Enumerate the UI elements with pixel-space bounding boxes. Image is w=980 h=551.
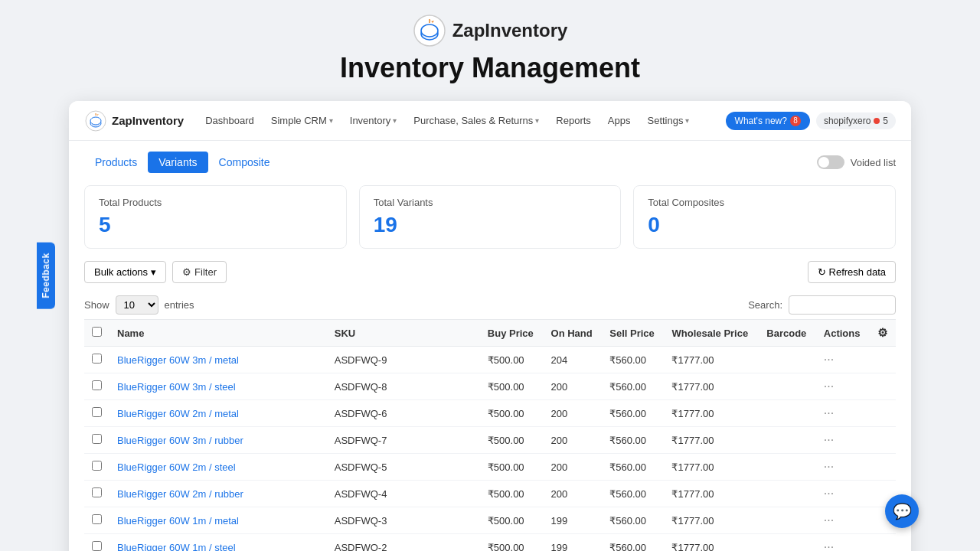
- row-checkbox-6[interactable]: [84, 507, 109, 534]
- nav-inventory[interactable]: Inventory ▾: [342, 110, 404, 131]
- bulk-actions-button[interactable]: Bulk actions ▾: [84, 261, 166, 283]
- tab-products[interactable]: Products: [84, 152, 148, 173]
- row-actions-1[interactable]: ···: [816, 373, 870, 400]
- nav-simple-crm[interactable]: Simple CRM ▾: [263, 110, 341, 131]
- voided-label: Voided list: [851, 157, 896, 168]
- actions-dots-5[interactable]: ···: [824, 487, 834, 500]
- nav-dashboard[interactable]: Dashboard: [198, 110, 262, 131]
- col-sku: SKU: [327, 320, 480, 347]
- nav-items: Dashboard Simple CRM ▾ Inventory ▾ Purch…: [198, 110, 725, 131]
- row-select-4[interactable]: [92, 461, 102, 471]
- row-buy-price-1: ₹500.00: [480, 373, 544, 400]
- row-name-7: BlueRigger 60W 1m / steel: [109, 534, 327, 552]
- filter-button[interactable]: ⚙ Filter: [172, 261, 227, 283]
- actions-dots-1[interactable]: ···: [824, 380, 834, 393]
- col-on-hand: On Hand: [544, 320, 603, 347]
- row-on-hand-1: 200: [544, 373, 603, 400]
- table-row: BlueRigger 60W 3m / steel ASDFWQ-8 ₹500.…: [84, 373, 896, 400]
- row-extra-0: [870, 347, 896, 373]
- row-select-5[interactable]: [92, 487, 102, 497]
- row-sku-3: ASDFWQ-7: [327, 427, 480, 454]
- row-actions-5[interactable]: ···: [816, 481, 870, 507]
- actions-dots-3[interactable]: ···: [824, 433, 834, 446]
- entries-select[interactable]: 10 25 50 100: [116, 295, 158, 315]
- row-actions-7[interactable]: ···: [816, 534, 870, 552]
- search-input[interactable]: [789, 295, 896, 315]
- actions-dots-6[interactable]: ···: [824, 514, 834, 527]
- product-link-5[interactable]: BlueRigger 60W 2m / rubber: [117, 488, 243, 500]
- row-checkbox-3[interactable]: [84, 427, 109, 454]
- row-sell-price-1: ₹560.00: [602, 373, 664, 400]
- row-select-1[interactable]: [92, 380, 102, 390]
- chat-fab[interactable]: 💬: [885, 494, 919, 528]
- nav-apps[interactable]: Apps: [600, 110, 639, 131]
- row-sell-price-3: ₹560.00: [602, 427, 664, 454]
- row-name-0: BlueRigger 60W 3m / metal: [109, 347, 327, 373]
- product-link-3[interactable]: BlueRigger 60W 3m / rubber: [117, 435, 243, 446]
- stats-row: Total Products 5 Total Variants 19 Total…: [69, 173, 911, 261]
- row-wholesale-price-1: ₹1777.00: [664, 373, 759, 400]
- row-sell-price-5: ₹560.00: [602, 481, 664, 507]
- actions-dots-2[interactable]: ···: [824, 406, 834, 419]
- nav-brand[interactable]: ZapInventory: [84, 109, 184, 132]
- header-checkbox: [84, 320, 109, 347]
- feedback-tab[interactable]: Feedback: [37, 242, 55, 308]
- row-select-0[interactable]: [92, 354, 102, 364]
- product-link-6[interactable]: BlueRigger 60W 1m / metal: [117, 515, 239, 527]
- row-actions-4[interactable]: ···: [816, 454, 870, 481]
- svg-point-6: [90, 117, 101, 125]
- row-checkbox-7[interactable]: [84, 534, 109, 552]
- nav-settings[interactable]: Settings ▾: [640, 110, 697, 131]
- row-sku-4: ASDFWQ-5: [327, 454, 480, 481]
- row-select-6[interactable]: [92, 514, 102, 524]
- toolbar: Bulk actions ▾ ⚙ Filter ↻ Refresh data: [69, 261, 911, 291]
- refresh-button[interactable]: ↻ Refresh data: [808, 261, 896, 283]
- row-on-hand-4: 200: [544, 454, 603, 481]
- nav-reports[interactable]: Reports: [548, 110, 599, 131]
- product-link-0[interactable]: BlueRigger 60W 3m / metal: [117, 354, 239, 366]
- product-link-7[interactable]: BlueRigger 60W 1m / steel: [117, 542, 236, 552]
- row-actions-2[interactable]: ···: [816, 400, 870, 427]
- stat-value-variants: 19: [374, 213, 607, 237]
- actions-dots-0[interactable]: ···: [824, 353, 834, 366]
- row-select-7[interactable]: [92, 541, 102, 551]
- table-row: BlueRigger 60W 2m / rubber ASDFWQ-4 ₹500…: [84, 481, 896, 507]
- row-checkbox-4[interactable]: [84, 454, 109, 481]
- show-label: Show: [84, 299, 109, 311]
- row-extra-1: [870, 373, 896, 400]
- row-barcode-3: [759, 427, 816, 454]
- select-all-checkbox[interactable]: [92, 327, 102, 337]
- voided-toggle-switch[interactable]: [817, 155, 844, 169]
- row-actions-6[interactable]: ···: [816, 507, 870, 534]
- user-badge[interactable]: shopifyxero 5: [816, 112, 896, 129]
- row-actions-3[interactable]: ···: [816, 427, 870, 454]
- whats-new-button[interactable]: What's new? 8: [726, 112, 810, 130]
- actions-dots-4[interactable]: ···: [824, 460, 834, 473]
- stat-label-composites: Total Composites: [648, 197, 881, 208]
- actions-dots-7[interactable]: ···: [824, 540, 834, 551]
- row-actions-0[interactable]: ···: [816, 347, 870, 373]
- row-sell-price-2: ₹560.00: [602, 400, 664, 427]
- row-wholesale-price-5: ₹1777.00: [664, 481, 759, 507]
- row-checkbox-0[interactable]: [84, 347, 109, 373]
- row-checkbox-2[interactable]: [84, 400, 109, 427]
- tab-composite[interactable]: Composite: [208, 152, 281, 173]
- product-link-1[interactable]: BlueRigger 60W 3m / steel: [117, 381, 236, 393]
- table-wrapper: Name SKU Buy Price On Hand Sell Price Wh…: [69, 319, 911, 551]
- tab-variants[interactable]: Variants: [148, 152, 207, 173]
- row-checkbox-1[interactable]: [84, 373, 109, 400]
- product-link-2[interactable]: BlueRigger 60W 2m / metal: [117, 408, 239, 419]
- row-wholesale-price-0: ₹1777.00: [664, 347, 759, 373]
- nav-purchase-sales[interactable]: Purchase, Sales & Returns ▾: [406, 110, 547, 131]
- col-wholesale-price: Wholesale Price: [664, 320, 759, 347]
- row-name-3: BlueRigger 60W 3m / rubber: [109, 427, 327, 454]
- row-select-3[interactable]: [92, 434, 102, 444]
- navbar: ZapInventory Dashboard Simple CRM ▾ Inve…: [69, 101, 911, 141]
- col-settings[interactable]: ⚙: [870, 320, 896, 347]
- row-checkbox-5[interactable]: [84, 481, 109, 507]
- row-sell-price-4: ₹560.00: [602, 454, 664, 481]
- row-barcode-6: [759, 507, 816, 534]
- row-select-2[interactable]: [92, 407, 102, 417]
- product-link-4[interactable]: BlueRigger 60W 2m / steel: [117, 461, 236, 473]
- voided-toggle-area: Voided list: [817, 155, 896, 169]
